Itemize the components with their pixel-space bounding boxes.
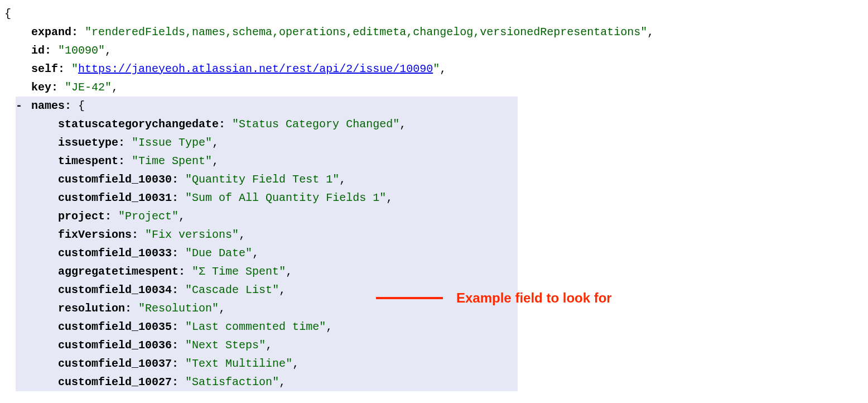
open-brace: {	[4, 4, 864, 23]
json-key: self	[31, 63, 58, 75]
json-value: Σ Time Spent	[192, 265, 286, 278]
names-list: statuscategorychangedate: Status Categor…	[16, 115, 518, 391]
json-key: id	[31, 44, 45, 57]
json-line: aggregatetimespent: Σ Time Spent,	[58, 262, 518, 281]
json-line: customfield_10033: Due Date,	[58, 244, 518, 262]
json-value: Project	[118, 210, 179, 223]
json-line: fixVersions: Fix versions,	[58, 226, 518, 244]
json-key: resolution	[58, 302, 125, 315]
self-link[interactable]: https://janeyeoh.atlassian.net/rest/api/…	[78, 63, 433, 75]
json-value: Due Date	[185, 247, 252, 260]
json-line-expand: expand: renderedFields,names,schema,oper…	[4, 23, 864, 41]
json-key: key	[31, 81, 51, 94]
json-line: customfield_10031: Sum of All Quantity F…	[58, 189, 518, 207]
names-object: -names: { statuscategorychangedate: Stat…	[16, 97, 518, 391]
json-line: customfield_10027: Satisfaction,	[58, 373, 518, 391]
json-value: Status Category Changed	[232, 118, 399, 131]
json-key: customfield_10027	[58, 376, 172, 388]
json-line: timespent: Time Spent,	[58, 152, 518, 170]
json-value: Text Multiline	[185, 357, 292, 370]
json-key: expand	[31, 26, 71, 39]
json-line: resolution: Resolution,	[58, 299, 518, 318]
json-line: statuscategorychangedate: Status Categor…	[58, 115, 518, 133]
json-line: customfield_10034: Cascade List,Example …	[58, 281, 518, 299]
json-line: customfield_10030: Quantity Field Test 1…	[58, 170, 518, 189]
json-line: project: Project,	[58, 207, 518, 226]
json-key: customfield_10036	[58, 339, 172, 352]
json-key: customfield_10035	[58, 320, 172, 333]
json-line: customfield_10035: Last commented time,	[58, 318, 518, 336]
json-key: fixVersions	[58, 228, 132, 241]
json-value: Time Spent	[132, 155, 212, 167]
json-line-key: key: JE-42,	[4, 78, 864, 97]
json-line: issuetype: Issue Type,	[58, 133, 518, 152]
json-key-names: names	[31, 99, 65, 112]
json-value: Next Steps	[185, 339, 266, 352]
json-key: customfield_10034	[58, 284, 172, 296]
json-key: project	[58, 210, 105, 223]
json-key: aggregatetimespent	[58, 265, 179, 278]
json-value: Resolution	[138, 302, 219, 315]
json-key: customfield_10031	[58, 191, 172, 204]
json-value: Last commented time	[185, 320, 326, 333]
json-value: Fix versions	[145, 228, 239, 241]
json-value: Issue Type	[132, 136, 212, 149]
json-key: customfield_10030	[58, 173, 172, 186]
json-value: JE-42	[65, 81, 112, 94]
json-key: statuscategorychangedate	[58, 118, 219, 131]
json-line-self: self: "https://janeyeoh.atlassian.net/re…	[4, 60, 864, 78]
annotation-line	[376, 297, 443, 299]
json-line-id: id: 10090,	[4, 41, 864, 60]
json-value: 10090	[58, 44, 105, 57]
json-viewer: { expand: renderedFields,names,schema,op…	[4, 4, 864, 391]
json-value: renderedFields,names,schema,operations,e…	[85, 26, 647, 39]
collapse-toggle[interactable]: -	[16, 97, 31, 115]
json-key: issuetype	[58, 136, 118, 149]
json-value: Sum of All Quantity Fields 1	[185, 191, 386, 204]
json-value: Satisfaction	[185, 376, 279, 388]
json-key: customfield_10033	[58, 247, 172, 260]
json-line: customfield_10036: Next Steps,	[58, 336, 518, 354]
json-key: customfield_10037	[58, 357, 172, 370]
json-value: Cascade List	[185, 284, 279, 296]
json-line: customfield_10037: Text Multiline,	[58, 354, 518, 373]
json-key: timespent	[58, 155, 118, 167]
open-brace-inner: {	[78, 99, 85, 112]
json-value: Quantity Field Test 1	[185, 173, 339, 186]
